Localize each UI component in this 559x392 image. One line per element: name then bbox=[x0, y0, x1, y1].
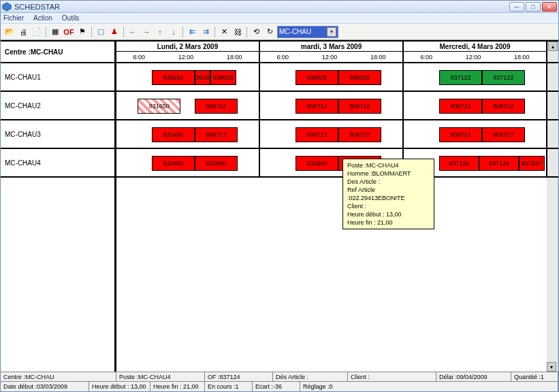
scroll-track[interactable] bbox=[547, 149, 558, 178]
print-icon[interactable]: 🖨 bbox=[17, 26, 29, 38]
task-bar[interactable]: 806712 bbox=[439, 99, 482, 114]
separator bbox=[123, 27, 124, 37]
of-icon[interactable]: OF bbox=[63, 26, 75, 38]
separator bbox=[46, 27, 46, 37]
day-header-2: Mercredi, 4 Mars 2009 6:0012:0018:00 bbox=[404, 42, 547, 63]
minimize-button[interactable]: ─ bbox=[509, 2, 524, 12]
menu-file[interactable]: Fichier bbox=[3, 14, 24, 22]
status-article: Dés Article : bbox=[273, 372, 348, 381]
task-bar[interactable]: 806712 bbox=[296, 99, 338, 114]
day-cell[interactable]: 831650806712 bbox=[116, 92, 260, 120]
menu-tools[interactable]: Outils bbox=[62, 14, 80, 22]
centre-dropdown[interactable]: MC-CHAU ▾ bbox=[277, 26, 338, 38]
day-cell[interactable]: 806712806712 bbox=[260, 92, 404, 120]
day-cell[interactable]: 832950832950 bbox=[116, 149, 260, 178]
scroll-track[interactable] bbox=[547, 120, 558, 149]
close-button[interactable]: ✕ bbox=[542, 2, 557, 12]
schedule-area: Centre :MC-CHAU Lundi, 2 Mars 2009 6:001… bbox=[1, 40, 558, 372]
scroll-track[interactable] bbox=[547, 92, 558, 120]
link-icon[interactable]: ⛓ bbox=[231, 26, 244, 38]
task-bar[interactable]: 832950 bbox=[195, 156, 238, 171]
task-bar[interactable]: 806717 bbox=[195, 127, 238, 142]
task-bar[interactable]: 806712 bbox=[195, 99, 238, 114]
task-bar[interactable]: 837124 bbox=[439, 156, 479, 171]
task-bar[interactable]: 806717 bbox=[296, 127, 338, 142]
row-label-MC-CHAU4: MC-CHAU4 bbox=[1, 149, 116, 178]
separator bbox=[182, 27, 183, 37]
window-title: SCHEDSTAR bbox=[14, 3, 60, 11]
status-hfin: Heure fin : 21,00 bbox=[150, 382, 205, 391]
task-bar[interactable]: 836292 bbox=[195, 70, 210, 85]
task-bar[interactable]: 806712 bbox=[482, 99, 525, 114]
task-bar[interactable]: 836292 bbox=[152, 70, 195, 85]
arrow-down-icon[interactable]: ↓ bbox=[167, 26, 180, 38]
double-right-icon[interactable]: ⇉ bbox=[199, 26, 212, 38]
arrow-right-icon[interactable]: → bbox=[140, 26, 153, 38]
task-bar[interactable]: 838025 bbox=[210, 70, 236, 85]
redo-icon[interactable]: ↻ bbox=[263, 26, 276, 38]
task-bar[interactable]: 831650 bbox=[138, 99, 180, 114]
screen-icon[interactable]: ▢ bbox=[95, 26, 107, 38]
task-bar[interactable]: 838025 bbox=[338, 70, 381, 85]
scroll-up[interactable]: ▴ bbox=[547, 42, 558, 63]
day-cell[interactable]: 837122837122 bbox=[404, 63, 547, 92]
svg-marker-0 bbox=[3, 2, 11, 10]
grid-icon[interactable]: ▦ bbox=[49, 26, 61, 38]
toolbar: 📂 🖨 📄 ▦ OF ⚑ ▢ ♟ ← → ↑ ↓ ⇇ ⇉ ✕ ⛓ ⟲ ↻ MC-… bbox=[1, 24, 558, 40]
blank-area: ▾ bbox=[1, 178, 558, 372]
statusbar: Centre :MC-CHAU Poste :MC-CHAU4 OF :8371… bbox=[1, 372, 558, 391]
status-qte: Quantité :1 bbox=[511, 372, 558, 381]
arrow-up-icon[interactable]: ↑ bbox=[154, 26, 166, 38]
task-bar[interactable]: 838025 bbox=[296, 70, 338, 85]
status-of: OF :837124 bbox=[205, 372, 273, 381]
day-cell[interactable]: 806717806717 bbox=[260, 120, 404, 149]
menubar: Fichier Action Outils bbox=[1, 13, 558, 24]
task-bar[interactable]: 837124 bbox=[479, 156, 520, 171]
scroll-track[interactable] bbox=[547, 63, 558, 92]
task-bar[interactable]: 837247 bbox=[519, 156, 545, 171]
task-bar[interactable]: 837122 bbox=[439, 70, 482, 85]
row-label-MC-CHAU2: MC-CHAU2 bbox=[1, 92, 116, 120]
day-cell[interactable]: 806717806717 bbox=[404, 120, 547, 149]
person-icon[interactable]: ♟ bbox=[108, 26, 121, 38]
day-cell[interactable]: 836292836292838025 bbox=[116, 63, 260, 92]
status-encours: En cours :1 bbox=[205, 382, 253, 391]
flag-icon[interactable]: ⚑ bbox=[76, 26, 89, 38]
chevron-down-icon: ▾ bbox=[327, 27, 336, 37]
refresh-icon[interactable]: ⟲ bbox=[250, 26, 262, 38]
maximize-button[interactable]: □ bbox=[526, 2, 541, 12]
task-bar[interactable]: 806717 bbox=[482, 127, 525, 142]
vscroll[interactable]: ▾ bbox=[547, 178, 558, 372]
task-bar[interactable]: 832950 bbox=[296, 156, 338, 171]
status-centre: Centre :MC-CHAU bbox=[1, 372, 116, 381]
day-cell[interactable]: 835495806717 bbox=[116, 120, 260, 149]
status-delai: Délai :09/04/2009 bbox=[436, 372, 511, 381]
status-ecart: Ecart :-36 bbox=[253, 382, 300, 391]
scroll-down-icon[interactable]: ▾ bbox=[547, 362, 556, 372]
task-bar[interactable]: 806712 bbox=[338, 99, 381, 114]
schedule-grid: Centre :MC-CHAU Lundi, 2 Mars 2009 6:001… bbox=[1, 40, 558, 63]
open-icon[interactable]: 📂 bbox=[3, 26, 16, 38]
day-label-0: Lundi, 2 Mars 2009 bbox=[116, 42, 259, 52]
task-bar[interactable]: 806717 bbox=[439, 127, 482, 142]
row-label-MC-CHAU3: MC-CHAU3 bbox=[1, 120, 116, 149]
day-header-0: Lundi, 2 Mars 2009 6:0012:0018:00 bbox=[116, 42, 260, 63]
tools-icon[interactable]: ✕ bbox=[218, 26, 230, 38]
day-label-2: Mercredi, 4 Mars 2009 bbox=[404, 42, 546, 52]
day-cell[interactable]: 806712806712 bbox=[404, 92, 547, 120]
app-window: SCHEDSTAR ─ □ ✕ Fichier Action Outils 📂 … bbox=[0, 0, 559, 392]
day-label-1: mardi, 3 Mars 2009 bbox=[260, 42, 402, 52]
task-bar[interactable]: 837122 bbox=[482, 70, 525, 85]
menu-action[interactable]: Action bbox=[33, 14, 52, 22]
arrow-left-icon[interactable]: ← bbox=[127, 26, 139, 38]
task-bar[interactable]: 806717 bbox=[338, 127, 381, 142]
task-bar[interactable]: 832950 bbox=[152, 156, 195, 171]
titlebar: SCHEDSTAR ─ □ ✕ bbox=[1, 1, 558, 13]
task-bar[interactable]: 835495 bbox=[152, 127, 195, 142]
separator bbox=[214, 27, 215, 37]
day-cell[interactable]: 838025838025 bbox=[260, 63, 404, 92]
export-icon[interactable]: 📄 bbox=[31, 26, 43, 38]
rows-container: MC-CHAU183629283629283802583802583802583… bbox=[1, 63, 558, 178]
double-left-icon[interactable]: ⇇ bbox=[186, 26, 198, 38]
dropdown-value: MC-CHAU bbox=[279, 28, 311, 35]
